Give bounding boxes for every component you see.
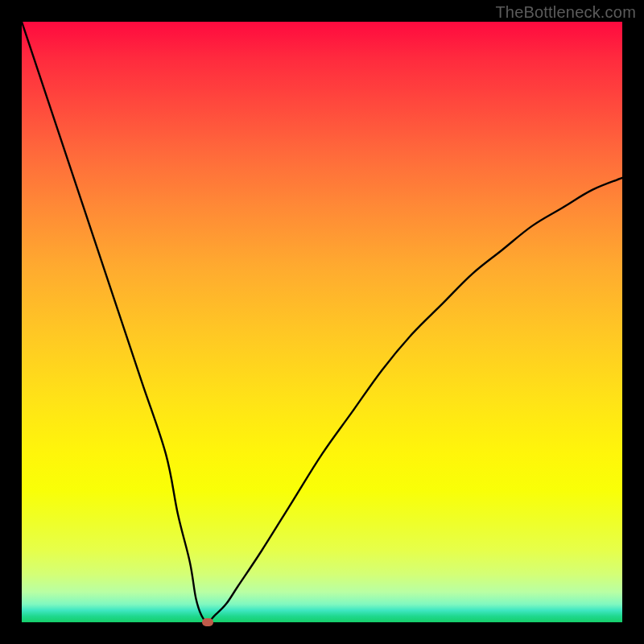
minimum-marker <box>202 618 213 626</box>
watermark-label: TheBottleneck.com <box>495 3 636 22</box>
chart-plot-area <box>22 22 622 622</box>
bottleneck-curve <box>22 22 622 622</box>
chart-frame: TheBottleneck.com <box>0 0 644 644</box>
